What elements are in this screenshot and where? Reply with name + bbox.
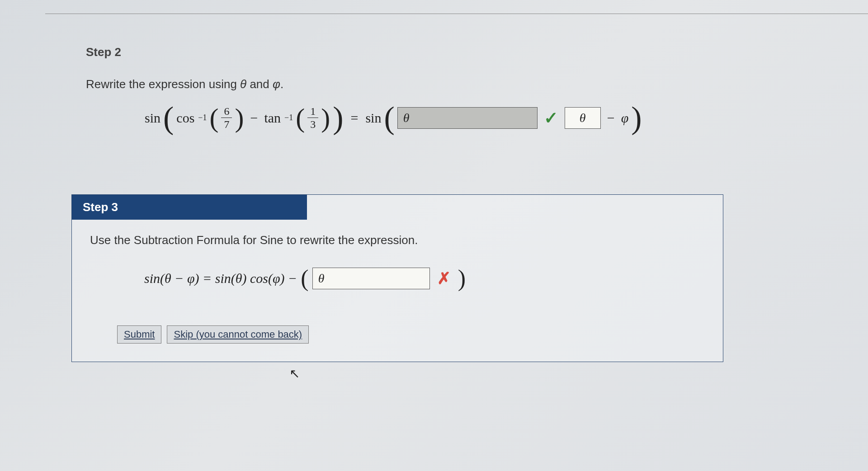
step2-title: Step 2 (86, 45, 823, 59)
equals-text: = (350, 110, 358, 126)
period-text: . (280, 77, 283, 91)
and-text: and (246, 77, 273, 91)
step3-section: Step 3 Use the Subtraction Formula for S… (71, 194, 723, 362)
open-paren4: ( (384, 105, 394, 131)
step2-math-expression: sin ( cos−1 ( 6 7 ) − tan−1 ( 1 3 ) ) = … (145, 105, 823, 131)
phi-text: φ (621, 110, 629, 126)
inverse-sup2: −1 (284, 113, 293, 122)
tan-text: tan (264, 110, 281, 126)
close-paren: ) (333, 105, 343, 131)
step3-instruction: Use the Subtraction Formula for Sine to … (90, 233, 705, 247)
frac-den2: 3 (307, 118, 318, 131)
button-row: Submit Skip (you cannot come back) (117, 325, 705, 344)
cos-text: cos (176, 110, 194, 126)
sin-text2: sin (365, 110, 381, 126)
frac-den: 7 (221, 118, 232, 131)
top-divider (45, 14, 868, 14)
checkmark-icon: ✓ (544, 108, 558, 128)
open-paren: ( (163, 105, 174, 131)
inverse-sup: −1 (198, 113, 207, 122)
cursor-icon: ↖ (289, 366, 300, 381)
step2-section: Step 2 Rewrite the expression using θ an… (86, 45, 823, 131)
submit-button[interactable]: Submit (117, 325, 161, 344)
frac-num: 6 (221, 105, 232, 118)
answer-input-1[interactable] (397, 107, 538, 129)
answer-input-3[interactable] (312, 268, 430, 289)
step2-instruction-pre: Rewrite the expression using (86, 77, 240, 91)
skip-button[interactable]: Skip (you cannot come back) (167, 325, 309, 344)
step3-title: Step 3 (72, 195, 307, 220)
minus-text: − (250, 110, 258, 126)
open-paren3: ( (296, 108, 305, 127)
xmark-icon: ✗ (437, 269, 451, 288)
close-paren2: ) (235, 108, 244, 127)
step3-lhs: sin(θ − φ) = sin(θ) cos(φ) − (144, 271, 297, 286)
step3-math-expression: sin(θ − φ) = sin(θ) cos(φ) − ( ✗ ) (144, 268, 705, 289)
close-paren5: ) (458, 270, 466, 287)
step3-body: Use the Subtraction Formula for Sine to … (72, 220, 723, 362)
close-paren3: ) (321, 108, 330, 127)
open-paren2: ( (209, 108, 218, 127)
theta-symbol: θ (240, 77, 246, 91)
step2-instruction: Rewrite the expression using θ and φ. (86, 77, 823, 91)
fraction-6-7: 6 7 (221, 105, 232, 131)
open-paren5: ( (301, 270, 308, 287)
fraction-1-3: 1 3 (307, 105, 318, 131)
phi-symbol: φ (273, 77, 280, 91)
minus-text2: − (607, 110, 615, 126)
frac-num2: 1 (307, 105, 318, 118)
sin-text: sin (145, 110, 160, 126)
answer-input-2[interactable] (565, 107, 601, 129)
close-paren4: ) (631, 105, 642, 131)
